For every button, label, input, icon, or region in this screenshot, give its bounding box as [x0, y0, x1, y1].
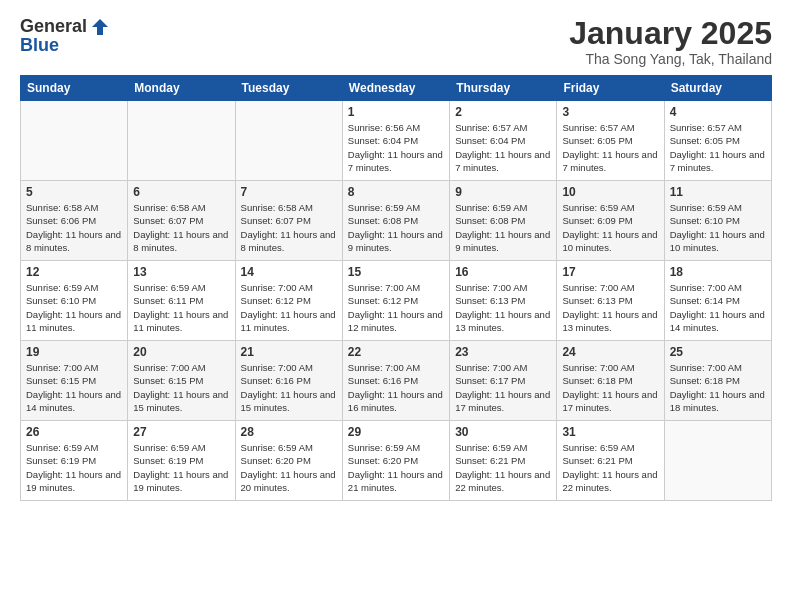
calendar-week-4: 19Sunrise: 7:00 AMSunset: 6:15 PMDayligh…: [21, 341, 772, 421]
calendar-cell: 1Sunrise: 6:56 AMSunset: 6:04 PMDaylight…: [342, 101, 449, 181]
calendar-cell: 12Sunrise: 6:59 AMSunset: 6:10 PMDayligh…: [21, 261, 128, 341]
calendar-cell: 21Sunrise: 7:00 AMSunset: 6:16 PMDayligh…: [235, 341, 342, 421]
day-number: 5: [26, 185, 122, 199]
calendar-cell: [21, 101, 128, 181]
title-area: January 2025 Tha Song Yang, Tak, Thailan…: [569, 16, 772, 67]
day-number: 24: [562, 345, 658, 359]
day-number: 7: [241, 185, 337, 199]
day-info: Sunrise: 6:59 AMSunset: 6:19 PMDaylight:…: [26, 441, 122, 494]
col-friday: Friday: [557, 76, 664, 101]
header: General Blue January 2025 Tha Song Yang,…: [20, 16, 772, 67]
calendar-cell: 6Sunrise: 6:58 AMSunset: 6:07 PMDaylight…: [128, 181, 235, 261]
day-number: 10: [562, 185, 658, 199]
day-number: 6: [133, 185, 229, 199]
logo-icon: [89, 16, 111, 38]
day-number: 11: [670, 185, 766, 199]
day-number: 27: [133, 425, 229, 439]
calendar-cell: 2Sunrise: 6:57 AMSunset: 6:04 PMDaylight…: [450, 101, 557, 181]
day-info: Sunrise: 7:00 AMSunset: 6:15 PMDaylight:…: [26, 361, 122, 414]
col-sunday: Sunday: [21, 76, 128, 101]
day-info: Sunrise: 6:58 AMSunset: 6:07 PMDaylight:…: [133, 201, 229, 254]
day-info: Sunrise: 6:57 AMSunset: 6:04 PMDaylight:…: [455, 121, 551, 174]
day-info: Sunrise: 7:00 AMSunset: 6:16 PMDaylight:…: [241, 361, 337, 414]
day-number: 22: [348, 345, 444, 359]
col-saturday: Saturday: [664, 76, 771, 101]
col-thursday: Thursday: [450, 76, 557, 101]
day-number: 31: [562, 425, 658, 439]
logo-general: General: [20, 17, 87, 37]
day-number: 30: [455, 425, 551, 439]
calendar-week-1: 1Sunrise: 6:56 AMSunset: 6:04 PMDaylight…: [21, 101, 772, 181]
col-monday: Monday: [128, 76, 235, 101]
calendar-cell: 7Sunrise: 6:58 AMSunset: 6:07 PMDaylight…: [235, 181, 342, 261]
calendar-week-2: 5Sunrise: 6:58 AMSunset: 6:06 PMDaylight…: [21, 181, 772, 261]
calendar-cell: 29Sunrise: 6:59 AMSunset: 6:20 PMDayligh…: [342, 421, 449, 501]
calendar-cell: 28Sunrise: 6:59 AMSunset: 6:20 PMDayligh…: [235, 421, 342, 501]
day-info: Sunrise: 7:00 AMSunset: 6:18 PMDaylight:…: [670, 361, 766, 414]
day-number: 18: [670, 265, 766, 279]
day-number: 19: [26, 345, 122, 359]
calendar-week-3: 12Sunrise: 6:59 AMSunset: 6:10 PMDayligh…: [21, 261, 772, 341]
day-info: Sunrise: 6:59 AMSunset: 6:08 PMDaylight:…: [348, 201, 444, 254]
day-info: Sunrise: 6:59 AMSunset: 6:10 PMDaylight:…: [670, 201, 766, 254]
calendar-cell: [235, 101, 342, 181]
day-number: 9: [455, 185, 551, 199]
calendar-cell: 10Sunrise: 6:59 AMSunset: 6:09 PMDayligh…: [557, 181, 664, 261]
calendar-cell: 3Sunrise: 6:57 AMSunset: 6:05 PMDaylight…: [557, 101, 664, 181]
day-info: Sunrise: 7:00 AMSunset: 6:12 PMDaylight:…: [241, 281, 337, 334]
day-info: Sunrise: 6:59 AMSunset: 6:10 PMDaylight:…: [26, 281, 122, 334]
page: General Blue January 2025 Tha Song Yang,…: [0, 0, 792, 612]
calendar-cell: 22Sunrise: 7:00 AMSunset: 6:16 PMDayligh…: [342, 341, 449, 421]
calendar-table: Sunday Monday Tuesday Wednesday Thursday…: [20, 75, 772, 501]
day-number: 26: [26, 425, 122, 439]
day-number: 13: [133, 265, 229, 279]
day-number: 29: [348, 425, 444, 439]
day-info: Sunrise: 7:00 AMSunset: 6:14 PMDaylight:…: [670, 281, 766, 334]
day-number: 4: [670, 105, 766, 119]
day-number: 25: [670, 345, 766, 359]
calendar-cell: [128, 101, 235, 181]
day-info: Sunrise: 6:59 AMSunset: 6:11 PMDaylight:…: [133, 281, 229, 334]
logo-blue: Blue: [20, 36, 111, 56]
calendar-cell: 17Sunrise: 7:00 AMSunset: 6:13 PMDayligh…: [557, 261, 664, 341]
calendar-cell: 15Sunrise: 7:00 AMSunset: 6:12 PMDayligh…: [342, 261, 449, 341]
day-info: Sunrise: 6:58 AMSunset: 6:07 PMDaylight:…: [241, 201, 337, 254]
calendar-cell: 24Sunrise: 7:00 AMSunset: 6:18 PMDayligh…: [557, 341, 664, 421]
day-number: 3: [562, 105, 658, 119]
day-info: Sunrise: 6:59 AMSunset: 6:20 PMDaylight:…: [348, 441, 444, 494]
calendar-cell: 31Sunrise: 6:59 AMSunset: 6:21 PMDayligh…: [557, 421, 664, 501]
calendar-cell: 8Sunrise: 6:59 AMSunset: 6:08 PMDaylight…: [342, 181, 449, 261]
day-number: 8: [348, 185, 444, 199]
day-number: 20: [133, 345, 229, 359]
day-info: Sunrise: 7:00 AMSunset: 6:13 PMDaylight:…: [562, 281, 658, 334]
day-info: Sunrise: 6:58 AMSunset: 6:06 PMDaylight:…: [26, 201, 122, 254]
day-info: Sunrise: 7:00 AMSunset: 6:16 PMDaylight:…: [348, 361, 444, 414]
day-number: 28: [241, 425, 337, 439]
day-info: Sunrise: 7:00 AMSunset: 6:18 PMDaylight:…: [562, 361, 658, 414]
day-info: Sunrise: 7:00 AMSunset: 6:15 PMDaylight:…: [133, 361, 229, 414]
calendar-cell: [664, 421, 771, 501]
day-number: 2: [455, 105, 551, 119]
day-number: 21: [241, 345, 337, 359]
calendar-cell: 20Sunrise: 7:00 AMSunset: 6:15 PMDayligh…: [128, 341, 235, 421]
calendar-cell: 23Sunrise: 7:00 AMSunset: 6:17 PMDayligh…: [450, 341, 557, 421]
calendar-cell: 30Sunrise: 6:59 AMSunset: 6:21 PMDayligh…: [450, 421, 557, 501]
calendar-cell: 14Sunrise: 7:00 AMSunset: 6:12 PMDayligh…: [235, 261, 342, 341]
calendar-cell: 25Sunrise: 7:00 AMSunset: 6:18 PMDayligh…: [664, 341, 771, 421]
day-number: 1: [348, 105, 444, 119]
day-number: 23: [455, 345, 551, 359]
day-number: 17: [562, 265, 658, 279]
day-info: Sunrise: 6:59 AMSunset: 6:21 PMDaylight:…: [455, 441, 551, 494]
day-info: Sunrise: 6:59 AMSunset: 6:21 PMDaylight:…: [562, 441, 658, 494]
day-number: 14: [241, 265, 337, 279]
col-wednesday: Wednesday: [342, 76, 449, 101]
calendar-cell: 13Sunrise: 6:59 AMSunset: 6:11 PMDayligh…: [128, 261, 235, 341]
day-info: Sunrise: 6:57 AMSunset: 6:05 PMDaylight:…: [670, 121, 766, 174]
logo: General Blue: [20, 16, 111, 56]
calendar-cell: 4Sunrise: 6:57 AMSunset: 6:05 PMDaylight…: [664, 101, 771, 181]
calendar-cell: 16Sunrise: 7:00 AMSunset: 6:13 PMDayligh…: [450, 261, 557, 341]
calendar-cell: 5Sunrise: 6:58 AMSunset: 6:06 PMDaylight…: [21, 181, 128, 261]
day-info: Sunrise: 7:00 AMSunset: 6:13 PMDaylight:…: [455, 281, 551, 334]
day-info: Sunrise: 6:59 AMSunset: 6:19 PMDaylight:…: [133, 441, 229, 494]
day-info: Sunrise: 6:59 AMSunset: 6:20 PMDaylight:…: [241, 441, 337, 494]
